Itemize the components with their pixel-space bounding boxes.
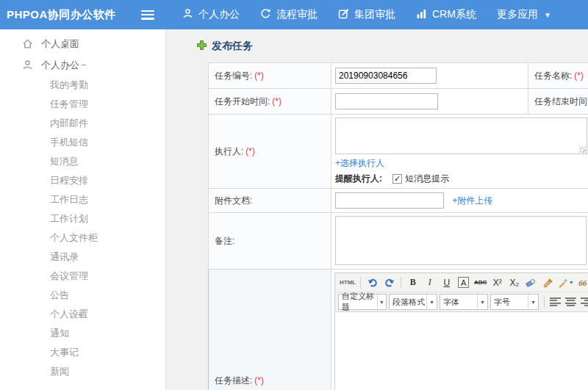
choose-executor-link[interactable]: +选择执行人 <box>335 158 384 168</box>
sidebar-item-desktop[interactable]: 个人桌面 <box>0 33 165 54</box>
home-icon <box>22 38 34 49</box>
sidebar-item-sms[interactable]: 手机短信 <box>0 133 165 152</box>
plus-icon <box>197 40 207 53</box>
align-right-icon[interactable] <box>581 297 588 306</box>
html-source-button[interactable]: HTML <box>339 275 356 290</box>
nav-item-crm[interactable]: CRM系统 <box>406 0 487 29</box>
sms-remind-option-label: 短消息提示 <box>405 173 449 185</box>
blockquote-button[interactable]: 66 <box>575 275 588 290</box>
bold-button[interactable]: B <box>405 275 420 290</box>
remind-executor-label: 提醒执行人: <box>335 173 382 185</box>
italic-button[interactable]: I <box>422 275 437 290</box>
editor-content-area[interactable] <box>335 312 588 390</box>
font-size-select[interactable]: 字号▾ <box>490 294 539 310</box>
collapse-icon[interactable]: − <box>81 59 87 71</box>
caret-down-icon: ▾ <box>570 279 573 286</box>
redo-icon[interactable] <box>381 275 397 290</box>
field-label-start-time: 任务开始时间:(*) <box>209 89 331 115</box>
caret-down-icon: ▾ <box>377 295 386 309</box>
resize-grip[interactable] <box>579 146 586 153</box>
sidebar-item-short-message[interactable]: 短消息 <box>0 152 165 171</box>
expand-icon[interactable]: + <box>77 309 83 320</box>
bar-chart-icon <box>416 8 432 21</box>
field-label-task-name: 任务名称:(*) <box>528 63 588 89</box>
nav-item-personal-office[interactable]: 个人办公 <box>172 0 250 29</box>
edit-square-icon <box>338 8 354 21</box>
caret-down-icon: ▾ <box>426 295 437 309</box>
field-label-executor: 执行人:(*) <box>209 115 331 189</box>
nav-item-group-approval[interactable]: 集团审批 <box>328 0 406 29</box>
main-nav: 个人办公 流程审批 集团审批 CRM系统 更多应用 ▼ <box>172 0 562 29</box>
undo-icon[interactable] <box>365 275 380 290</box>
caret-down-icon: ▾ <box>528 295 538 309</box>
caret-down-icon: ▾ <box>477 295 487 309</box>
sidebar-item-personal-settings[interactable]: 个人设置 + <box>0 305 165 324</box>
sidebar-item-file-cabinet[interactable]: 个人文件柜 <box>0 228 165 248</box>
main-content: 发布任务 任务编号:(*) 任务名称:(*) 任务开始时间:(*) <box>166 29 588 390</box>
paragraph-format-select[interactable]: 段落格式▾ <box>389 294 437 310</box>
nav-item-more-apps[interactable]: 更多应用 ▼ <box>487 0 562 29</box>
executor-textarea[interactable] <box>335 118 587 154</box>
user-icon <box>22 59 34 71</box>
editor-toolbar-row2: 自定义标题▾ 段落格式▾ 字体▾ 字号▾ <box>335 292 588 312</box>
app-header: PHPOA协同办公软件 个人办公 流程审批 集团审批 CRM系统 <box>0 0 588 29</box>
sms-remind-checkbox[interactable]: ✓ <box>392 174 402 184</box>
font-family-select[interactable]: 字体▾ <box>440 294 488 310</box>
sidebar-item-meeting[interactable]: 会议管理 <box>0 267 165 286</box>
highlight-button[interactable]: A <box>458 277 469 288</box>
required-mark: (*) <box>254 71 264 81</box>
underline-button[interactable]: U <box>439 275 454 290</box>
field-label-attachment: 附件文档: <box>209 189 331 213</box>
sidebar-item-notice[interactable]: 通知 <box>0 324 165 343</box>
sidebar-item-memorabilia[interactable]: 大事记 <box>0 343 165 362</box>
custom-title-select[interactable]: 自定义标题▾ <box>338 294 387 310</box>
sidebar-item-internal-mail[interactable]: 内部邮件 <box>0 114 165 133</box>
attachment-upload-link[interactable]: +附件上传 <box>452 195 492 206</box>
sidebar-item-contacts[interactable]: 通讯录 <box>0 248 165 267</box>
page-title: 发布任务 <box>197 40 253 53</box>
field-label-task-number: 任务编号:(*) <box>209 63 331 89</box>
sidebar-item-personal-office[interactable]: 个人办公 − <box>0 54 165 76</box>
align-center-icon[interactable] <box>565 297 576 306</box>
sidebar-item-work-log[interactable]: 工作日志 <box>0 190 165 209</box>
app-logo: PHPOA协同办公软件 <box>0 8 138 22</box>
field-label-remark: 备注: <box>209 213 331 270</box>
format-brush-icon[interactable] <box>540 275 556 290</box>
align-left-icon[interactable] <box>550 297 561 306</box>
start-time-input[interactable] <box>335 93 438 109</box>
rich-text-editor: HTML B I U A ABC X² <box>334 272 588 390</box>
publish-task-form: 任务编号:(*) 任务名称:(*) 任务开始时间:(*) 任务结束时间:(*) <box>208 62 588 390</box>
field-label-description: 任务描述:(*) <box>209 270 331 390</box>
sidebar-item-attendance[interactable]: 我的考勤 <box>0 76 165 95</box>
process-approval-icon <box>260 8 276 21</box>
sidebar: 个人桌面 个人办公 − 我的考勤 任务管理 内部邮件 手机短信 短消息 日程安排… <box>0 29 166 390</box>
attachment-input[interactable] <box>335 192 444 209</box>
sidebar-item-announcement[interactable]: 公告 <box>0 286 165 305</box>
required-mark: (*) <box>574 71 584 81</box>
sidebar-item-news[interactable]: 新闻 <box>0 362 165 381</box>
required-mark: (*) <box>254 375 264 386</box>
superscript-button[interactable]: X² <box>490 275 505 290</box>
eraser-icon[interactable] <box>523 275 539 290</box>
magic-wand-icon[interactable]: ▾ <box>557 275 573 290</box>
sidebar-item-schedule[interactable]: 日程安排 <box>0 171 165 190</box>
task-number-input[interactable] <box>335 68 437 84</box>
field-label-end-time: 任务结束时间:(*) <box>528 89 588 115</box>
caret-down-icon: ▼ <box>544 11 551 19</box>
strikethrough-button[interactable]: ABC <box>473 275 488 290</box>
required-mark: (*) <box>272 96 282 106</box>
sidebar-item-work-plan[interactable]: 工作计划 <box>0 209 165 228</box>
subscript-button[interactable]: X₂ <box>506 275 522 290</box>
editor-toolbar-row1: HTML B I U A ABC X² <box>335 273 588 292</box>
hamburger-icon[interactable] <box>141 10 154 20</box>
nav-item-process-approval[interactable]: 流程审批 <box>250 0 328 29</box>
sidebar-item-task-management[interactable]: 任务管理 <box>0 95 165 114</box>
required-mark: (*) <box>245 146 255 156</box>
remark-textarea[interactable] <box>335 216 587 265</box>
user-icon <box>182 8 198 21</box>
